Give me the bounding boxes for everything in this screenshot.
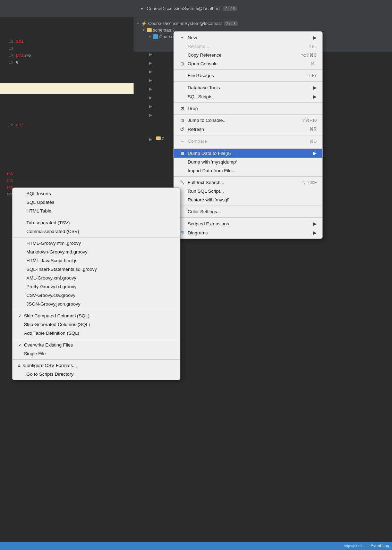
menu-item-database-tools[interactable]: Database Tools ▶	[174, 83, 322, 92]
folder-icon	[147, 28, 152, 32]
folder-c-icon	[156, 136, 161, 140]
skip-computed-check: ✓	[18, 313, 22, 318]
scripted-extensions-submenu-arrow: ▶	[313, 221, 317, 226]
connection-label: CourseDiscussionSystem@localhost	[147, 6, 221, 11]
menu-item-diagrams-label: Diagrams	[188, 230, 208, 235]
menu-item-color-settings[interactable]: Color Settings...	[174, 207, 322, 216]
sub-menu-item-skip-computed[interactable]: ✓ Skip Computed Columns (SQL)	[12, 311, 180, 320]
sub-arrow-1: ▶	[149, 52, 152, 57]
separator-1	[174, 69, 322, 70]
sub-menu-item-html-js[interactable]: HTML-JavaScript.html.js	[12, 256, 180, 265]
connection-icon: ⚡	[141, 21, 147, 26]
menu-item-rename[interactable]: Rename... ⇧F6	[174, 42, 322, 51]
menu-item-diagrams[interactable]: ⊞ Diagrams ▶	[174, 228, 322, 237]
menu-item-copy-reference-label: Copy Reference	[188, 52, 222, 58]
jump-console-icon: ⊡	[179, 118, 185, 123]
tree-arrow: ▼	[136, 22, 140, 25]
dump-data-icon: ▦	[179, 151, 185, 156]
sub-menu-item-html-table-label: HTML Table	[26, 208, 51, 214]
event-log-button[interactable]: Event Log	[370, 543, 389, 548]
top-bar: ▼ CourseDiscussionSystem@localhost 2 of …	[0, 0, 392, 17]
open-console-shortcut: ⌘↓	[300, 61, 317, 66]
menu-item-jump-to-console[interactable]: ⊡ Jump to Console... ⇧⌘F10	[174, 116, 322, 125]
sub-menu-item-skip-computed-label: Skip Computed Columns (SQL)	[24, 313, 90, 318]
sub-menu-item-html-table[interactable]: HTML Table	[12, 207, 180, 215]
menu-item-open-console[interactable]: ⊡ Open Console ⌘↓	[174, 59, 322, 68]
separator-9	[174, 217, 322, 218]
menu-item-dump-mysqldump-label: Dump with 'mysqldump'	[188, 159, 237, 165]
menu-item-scripted-extensions[interactable]: Scripted Extensions ▶	[174, 219, 322, 228]
menu-item-rename-label: Rename...	[188, 44, 209, 49]
tree-schemas-label: schemas	[153, 27, 171, 33]
sub-menu-item-html-groovy[interactable]: HTML-Groovy.html.groovy	[12, 239, 180, 248]
sub-menu-item-single-file[interactable]: ✓ Single File	[12, 349, 180, 358]
dump-data-submenu: SQL Inserts SQL Updates HTML Table Tab-s…	[12, 188, 180, 380]
separator-4	[174, 114, 322, 115]
menu-item-restore-mysql[interactable]: Restore with 'mysql'	[174, 195, 322, 204]
menu-item-drop-label: Drop	[188, 106, 198, 111]
menu-item-color-settings-label: Color Settings...	[188, 209, 221, 214]
sub-menu-item-markdown-groovy[interactable]: Markdown-Groovy.md.groovy	[12, 248, 180, 256]
refresh-shortcut: ⌘R	[299, 127, 317, 132]
sub-menu-item-sql-updates-label: SQL Updates	[26, 200, 54, 205]
menu-item-run-sql-label: Run SQL Script...	[188, 189, 224, 194]
sub-menu-item-tsv-label: Tab-separated (TSV)	[26, 220, 70, 225]
sub-menu-item-sql-insert-statements[interactable]: SQL-Insert-Statements.sql.groovy	[12, 265, 180, 274]
sub-sep-5	[12, 359, 180, 360]
sub-menu-item-json-groovy[interactable]: JSON-Groovy.json.groovy	[12, 300, 180, 308]
menu-item-fulltext-search[interactable]: 🔍 Full-text Search... ⌥⇧⌘F	[174, 178, 322, 187]
sub-menu-item-skip-generated[interactable]: ✓ Skip Generated Columns (SQL)	[12, 320, 180, 329]
sub-menu-item-go-to-scripts[interactable]: Go to Scripts Directory	[12, 370, 180, 378]
sub-menu-item-tsv[interactable]: Tab-separated (TSV)	[12, 218, 180, 227]
sub-menu-item-add-table-def[interactable]: ✓ Add Table Definition (SQL)	[12, 329, 180, 338]
menu-item-find-usages[interactable]: Find Usages ⌥F7	[174, 71, 322, 80]
sub-menu-item-sql-updates[interactable]: SQL Updates	[12, 198, 180, 207]
menu-item-new-label: New	[188, 35, 197, 40]
sub-menu-item-overwrite[interactable]: ✓ Overwrite Existing Files	[12, 341, 180, 349]
tree-c-item[interactable]: c	[156, 135, 164, 141]
menu-item-dump-mysqldump[interactable]: Dump with 'mysqldump'	[174, 158, 322, 166]
sub-sep-4	[12, 339, 180, 339]
tree-connection-badge: 2 of 8	[224, 21, 238, 26]
menu-item-dump-data[interactable]: ▦ Dump Data to File(s) ▶	[174, 149, 322, 158]
menu-item-run-sql[interactable]: Run SQL Script...	[174, 187, 322, 195]
tree-connection-label: CourseDiscussionSystem@localhost	[148, 21, 222, 26]
menu-item-open-console-label: Open Console	[188, 61, 218, 66]
sub-arrow-6: ▶	[149, 95, 152, 100]
sub-menu-item-csv-groovy[interactable]: CSV-Groovy.csv.groovy	[12, 291, 180, 300]
sub-arrow-5: ▶	[149, 87, 152, 91]
tree-connection-item[interactable]: ▼ ⚡ CourseDiscussionSystem@localhost 2 o…	[134, 20, 392, 27]
overwrite-check: ✓	[18, 342, 22, 348]
database-tools-submenu-arrow: ▶	[313, 85, 317, 90]
menu-item-new[interactable]: + New ▶	[174, 33, 322, 42]
sub-menu-item-configure-csv[interactable]: ≡ Configure CSV Formats...	[12, 361, 180, 370]
separator-8	[174, 206, 322, 206]
dump-data-submenu-arrow: ▶	[313, 150, 317, 156]
sub-menu-item-single-file-label: Single File	[24, 351, 46, 356]
menu-item-dump-data-label: Dump Data to File(s)	[188, 151, 231, 156]
menu-item-copy-reference[interactable]: Copy Reference ⌥⇧⌘C	[174, 51, 322, 59]
menu-item-import-data[interactable]: Import Data from File...	[174, 166, 322, 175]
sub-menu-item-csv[interactable]: Comma-separated (CSV)	[12, 227, 180, 236]
menu-item-find-usages-label: Find Usages	[188, 73, 214, 78]
drop-icon: ⊠	[179, 106, 185, 111]
separator-5	[174, 135, 322, 135]
sub-menu-item-xml-groovy-label: XML-Groovy.xml.groovy	[26, 275, 76, 281]
menu-item-drop[interactable]: ⊠ Drop	[174, 104, 322, 113]
menu-item-refresh[interactable]: ↺ Refresh ⌘R	[174, 125, 322, 134]
menu-item-compare[interactable]: ↔ Compare ⌘D	[174, 137, 322, 145]
sub-menu-item-xml-groovy[interactable]: XML-Groovy.xml.groovy	[12, 274, 180, 282]
sub-sep-2	[12, 237, 180, 238]
menu-item-jump-to-console-label: Jump to Console...	[188, 118, 227, 123]
open-console-icon: ⊡	[179, 61, 185, 66]
separator-6	[174, 147, 322, 147]
fulltext-search-shortcut: ⌥⇧⌘F	[291, 180, 317, 185]
menu-item-sql-scripts[interactable]: SQL Scripts ▶	[174, 92, 322, 101]
status-bar: http://plura... Event Log	[0, 542, 392, 550]
sub-menu-item-configure-csv-label: Configure CSV Formats...	[23, 363, 77, 368]
sub-menu-item-pretty-groovy[interactable]: Pretty-Groovy.txt.groovy	[12, 282, 180, 291]
sub-menu-item-sql-inserts[interactable]: SQL Inserts	[12, 189, 180, 198]
compare-icon: ↔	[179, 139, 185, 144]
sub-menu-item-json-groovy-label: JSON-Groovy.json.groovy	[26, 301, 80, 307]
sub-menu-item-sql-insert-statements-label: SQL-Insert-Statements.sql.groovy	[26, 267, 97, 272]
